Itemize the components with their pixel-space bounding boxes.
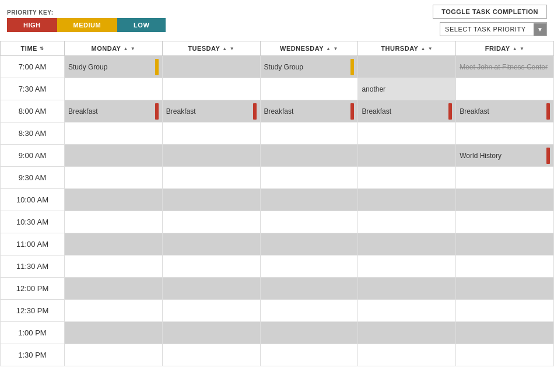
priority-bar-high — [448, 103, 452, 120]
cell-tuesday[interactable] — [162, 56, 260, 78]
cell-friday[interactable] — [456, 256, 554, 278]
cell-tuesday[interactable] — [162, 233, 260, 256]
cell-tuesday[interactable] — [162, 78, 260, 100]
event-text-monday: Study Group — [68, 63, 107, 71]
cell-monday[interactable] — [65, 344, 163, 366]
cell-thursday[interactable] — [358, 145, 456, 167]
cell-monday[interactable] — [65, 123, 163, 145]
cell-wednesday[interactable] — [260, 344, 358, 366]
th-wednesday: WEDNESDAY ▲ ▼ — [260, 41, 358, 56]
cell-thursday[interactable] — [358, 322, 456, 344]
cell-thursday[interactable]: another — [358, 78, 456, 100]
cell-wednesday[interactable]: Study Group — [260, 56, 358, 78]
cell-tuesday[interactable] — [162, 211, 260, 233]
table-row: 1:30 PM — [1, 344, 554, 366]
cell-monday[interactable] — [65, 233, 163, 256]
cell-wednesday[interactable] — [260, 322, 358, 344]
cell-monday[interactable] — [65, 300, 163, 322]
cell-friday[interactable] — [456, 123, 554, 145]
cell-wednesday[interactable]: Breakfast — [260, 100, 358, 123]
time-cell: 9:00 AM — [1, 145, 65, 167]
cell-friday[interactable] — [456, 278, 554, 300]
cell-friday[interactable]: World History — [456, 145, 554, 167]
cell-wednesday[interactable] — [260, 167, 358, 189]
cell-thursday[interactable] — [358, 211, 456, 233]
cell-wednesday[interactable] — [260, 189, 358, 211]
cell-friday[interactable] — [456, 300, 554, 322]
cell-monday[interactable] — [65, 211, 163, 233]
cell-tuesday[interactable] — [162, 256, 260, 278]
cell-tuesday[interactable] — [162, 278, 260, 300]
filter-wednesday-desc[interactable]: ▼ — [333, 46, 338, 51]
cell-thursday[interactable] — [358, 167, 456, 189]
table-row: 12:00 PM — [1, 278, 554, 300]
event-text-friday: Breakfast — [460, 107, 489, 116]
table-row: 11:00 AM — [1, 233, 554, 256]
filter-wednesday-asc[interactable]: ▲ — [326, 46, 331, 51]
cell-wednesday[interactable] — [260, 78, 358, 100]
filter-friday-asc[interactable]: ▲ — [513, 46, 517, 51]
filter-friday-desc[interactable]: ▼ — [520, 46, 524, 51]
event-text-friday: Meet John at Fitness Center — [460, 63, 548, 71]
cell-monday[interactable] — [65, 78, 163, 100]
cell-thursday[interactable] — [358, 278, 456, 300]
priority-select[interactable]: SELECT TASK PRIORITY HIGH MEDIUM LOW — [440, 23, 534, 36]
cell-thursday[interactable]: Breakfast — [358, 100, 456, 123]
filter-monday-asc[interactable]: ▲ — [123, 46, 128, 51]
cell-tuesday[interactable] — [162, 189, 260, 211]
cell-monday[interactable]: Breakfast — [65, 100, 163, 123]
cell-thursday[interactable] — [358, 344, 456, 366]
cell-tuesday[interactable] — [162, 344, 260, 366]
cell-friday[interactable] — [456, 233, 554, 256]
cell-monday[interactable]: Study Group — [65, 56, 163, 78]
time-cell: 11:30 AM — [1, 256, 65, 278]
th-thursday-label: THURSDAY — [381, 45, 418, 52]
cell-friday[interactable]: Breakfast — [456, 100, 554, 123]
cell-friday[interactable] — [456, 189, 554, 211]
cell-wednesday[interactable] — [260, 145, 358, 167]
priority-select-wrapper[interactable]: SELECT TASK PRIORITY HIGH MEDIUM LOW ▼ — [440, 22, 547, 36]
cell-thursday[interactable] — [358, 123, 456, 145]
cell-tuesday[interactable] — [162, 167, 260, 189]
cell-wednesday[interactable] — [260, 211, 358, 233]
filter-thursday-asc[interactable]: ▲ — [420, 46, 425, 51]
cell-tuesday[interactable] — [162, 300, 260, 322]
toggle-task-completion-button[interactable]: TOGGLE TASK COMPLETION — [433, 5, 547, 19]
filter-thursday-desc[interactable]: ▼ — [428, 46, 433, 51]
filter-tuesday-desc[interactable]: ▼ — [230, 46, 234, 51]
cell-tuesday[interactable] — [162, 123, 260, 145]
cell-monday[interactable] — [65, 278, 163, 300]
cell-tuesday[interactable] — [162, 145, 260, 167]
cell-thursday[interactable] — [358, 56, 456, 78]
cell-wednesday[interactable] — [260, 123, 358, 145]
cell-tuesday[interactable]: Breakfast — [162, 100, 260, 123]
cell-thursday[interactable] — [358, 233, 456, 256]
table-row: 8:30 AM — [1, 123, 554, 145]
cell-monday[interactable] — [65, 189, 163, 211]
cell-wednesday[interactable] — [260, 256, 358, 278]
calendar-table: TIME ⇅ MONDAY ▲ ▼ TUESDAY ▲ ▼ — [0, 41, 554, 366]
cell-monday[interactable] — [65, 256, 163, 278]
table-row: 9:00 AMWorld History — [1, 145, 554, 167]
time-cell: 10:00 AM — [1, 189, 65, 211]
cell-thursday[interactable] — [358, 256, 456, 278]
cell-friday[interactable] — [456, 344, 554, 366]
filter-tuesday-asc[interactable]: ▲ — [222, 46, 227, 51]
cell-wednesday[interactable] — [260, 278, 358, 300]
sort-icon-time[interactable]: ⇅ — [40, 46, 44, 51]
cell-thursday[interactable] — [358, 300, 456, 322]
cell-friday[interactable] — [456, 322, 554, 344]
cell-friday[interactable] — [456, 78, 554, 100]
cell-friday[interactable] — [456, 211, 554, 233]
cell-monday[interactable] — [65, 167, 163, 189]
cell-wednesday[interactable] — [260, 300, 358, 322]
cell-wednesday[interactable] — [260, 233, 358, 256]
th-monday-label: MONDAY — [92, 45, 121, 52]
cell-friday[interactable] — [456, 167, 554, 189]
cell-tuesday[interactable] — [162, 322, 260, 344]
cell-thursday[interactable] — [358, 189, 456, 211]
cell-monday[interactable] — [65, 145, 163, 167]
cell-friday[interactable]: Meet John at Fitness Center — [456, 56, 554, 78]
cell-monday[interactable] — [65, 322, 163, 344]
filter-monday-desc[interactable]: ▼ — [131, 46, 135, 51]
